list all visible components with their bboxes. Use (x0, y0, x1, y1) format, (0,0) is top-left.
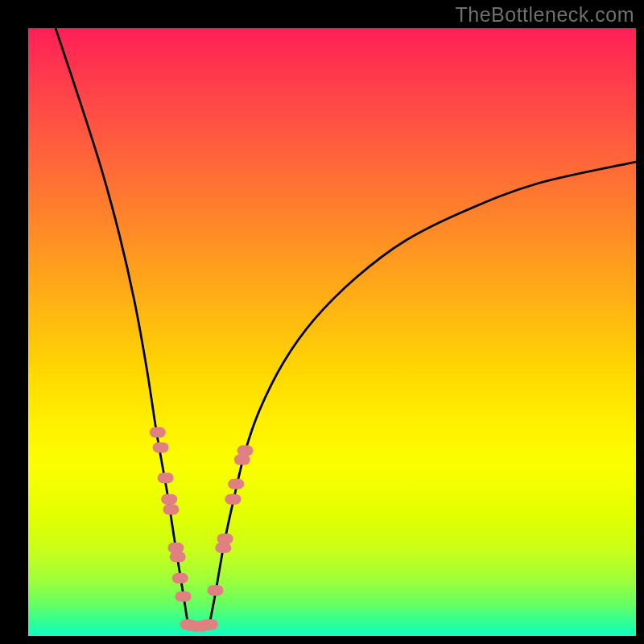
curve-left-branch (56, 28, 188, 625)
marker-right (217, 534, 233, 544)
marker-left (175, 591, 192, 601)
marker-right (237, 445, 254, 456)
marker-left (150, 427, 166, 438)
chart-frame: TheBottleneck.com (0, 0, 644, 644)
marker-bottom (202, 619, 218, 630)
marker-left (153, 442, 169, 452)
marker-left (161, 494, 177, 505)
curve-right-branch (209, 162, 636, 625)
marker-left (167, 543, 184, 553)
marker-left (158, 473, 174, 483)
watermark-text: TheBottleneck.com (456, 3, 635, 27)
marker-right (225, 494, 241, 505)
marker-right (208, 585, 224, 596)
marker-right (215, 543, 231, 553)
marker-right (234, 455, 250, 465)
marker-left (170, 551, 186, 562)
plot-area (28, 28, 636, 636)
bottleneck-curve-svg (28, 28, 636, 636)
marker-left (163, 504, 179, 514)
marker-left (172, 573, 188, 584)
marker-right (228, 479, 244, 489)
